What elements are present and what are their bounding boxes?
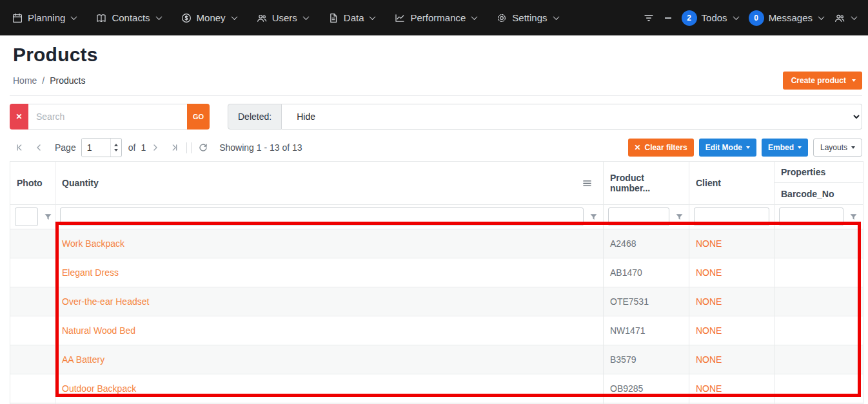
client-filter-input[interactable] — [694, 207, 769, 226]
top-nav-bar: Planning Contacts Money Users Data Perfo… — [0, 0, 868, 35]
chevron-down-icon — [370, 14, 376, 20]
nav-item-label: Contacts — [112, 12, 150, 23]
client-link[interactable]: NONE — [696, 238, 722, 249]
column-header-photo[interactable]: Photo — [10, 162, 55, 205]
clear-filters-button[interactable]: Clear filters — [628, 139, 694, 157]
nav-item-label: Settings — [512, 12, 547, 23]
client-link[interactable]: NONE — [696, 325, 722, 336]
funnel-icon[interactable] — [675, 212, 684, 222]
client-link[interactable]: NONE — [696, 267, 722, 278]
funnel-icon[interactable] — [589, 212, 598, 222]
divider — [191, 142, 192, 153]
nav-item-contacts[interactable]: Contacts — [95, 12, 161, 24]
layouts-button[interactable]: Layouts — [813, 139, 862, 157]
prev-page-icon[interactable] — [34, 142, 44, 153]
column-header-product-number[interactable]: Product number... — [604, 162, 689, 205]
filter-cell-quantity — [55, 205, 604, 229]
breadcrumb-home-link[interactable]: Home — [13, 75, 37, 86]
nav-item-label: Money — [197, 12, 226, 23]
breadcrumb-current: Products — [50, 75, 85, 86]
table-row: Outdoor Backpack OB9285 NONE — [10, 374, 863, 403]
barcode-cell — [774, 316, 863, 345]
chevron-down-icon — [71, 14, 77, 20]
table-row: Natural Wood Bed NW1471 NONE — [10, 316, 863, 345]
product-link[interactable]: Over-the-ear Headset — [62, 296, 149, 307]
messages-menu[interactable]: 0 Messages — [749, 10, 824, 26]
product-number-filter-input[interactable] — [608, 207, 669, 226]
nav-item-users[interactable]: Users — [256, 12, 308, 24]
edit-mode-button[interactable]: Edit Mode — [699, 139, 756, 157]
product-link[interactable]: Work Backpack — [62, 238, 124, 249]
breadcrumb-separator: / — [42, 75, 44, 86]
chevron-down-icon — [798, 146, 802, 149]
column-header-properties[interactable]: Properties — [774, 162, 863, 183]
clear-search-button[interactable] — [10, 104, 28, 130]
search-go-button[interactable]: GO — [187, 104, 210, 130]
embed-button[interactable]: Embed — [762, 139, 808, 157]
chevron-down-icon — [851, 14, 858, 20]
todos-menu[interactable]: 2 Todos — [682, 10, 738, 26]
collapse-icon[interactable] — [665, 17, 671, 19]
column-header-barcode[interactable]: Barcode_No — [774, 183, 863, 205]
photo-cell — [10, 374, 55, 403]
chevron-down-icon — [733, 14, 739, 20]
product-link[interactable]: Outdoor Backpack — [62, 383, 136, 394]
page-number-input[interactable] — [82, 139, 110, 157]
nav-item-settings[interactable]: Settings — [496, 12, 558, 24]
nav-item-money[interactable]: Money — [181, 12, 237, 24]
product-number-cell: A2468 — [604, 229, 689, 258]
search-input[interactable] — [28, 104, 187, 130]
create-product-button[interactable]: Create product — [783, 72, 862, 90]
column-header-quantity[interactable]: Quantity — [55, 162, 604, 205]
nav-item-label: Planning — [28, 12, 65, 23]
photo-cell — [10, 229, 55, 258]
last-page-icon[interactable] — [170, 142, 180, 153]
chevron-down-icon — [746, 146, 750, 149]
todos-label: Todos — [702, 12, 727, 23]
filter-cell-client — [689, 205, 774, 229]
dollar-circle-icon — [181, 12, 192, 24]
filter-lines-icon[interactable] — [643, 12, 655, 24]
client-link[interactable]: NONE — [696, 296, 722, 307]
barcode-cell — [774, 229, 863, 258]
total-pages: 1 — [141, 142, 146, 153]
column-menu-icon[interactable] — [582, 178, 593, 189]
nav-item-performance[interactable]: Performance — [394, 12, 477, 24]
products-table: Photo Quantity Product number... Client … — [10, 161, 863, 404]
barcode-filter-input[interactable] — [779, 207, 843, 226]
product-number-cell: B3579 — [604, 345, 689, 374]
nav-item-data[interactable]: Data — [328, 12, 375, 24]
client-link[interactable]: NONE — [696, 354, 722, 365]
client-link[interactable]: NONE — [696, 383, 722, 394]
first-page-icon[interactable] — [14, 142, 25, 153]
search-bar: GO — [10, 104, 210, 130]
page-stepper[interactable] — [110, 139, 121, 157]
filter-cell-photo — [10, 205, 55, 229]
column-header-client[interactable]: Client — [689, 162, 774, 205]
barcode-cell — [774, 258, 863, 287]
funnel-icon[interactable] — [849, 212, 858, 222]
photo-cell — [10, 316, 55, 345]
chevron-down-icon — [231, 14, 237, 20]
product-link[interactable]: Elegant Dress — [62, 267, 119, 278]
deleted-filter: Deleted: Hide — [228, 104, 862, 130]
product-link[interactable]: Natural Wood Bed — [62, 325, 135, 336]
barcode-cell — [774, 345, 863, 374]
account-menu[interactable] — [834, 12, 856, 24]
refresh-icon[interactable] — [198, 142, 208, 153]
page-label: Page — [55, 142, 76, 153]
line-chart-icon — [394, 12, 406, 24]
table-row: Work Backpack A2468 NONE — [10, 229, 863, 258]
product-link[interactable]: AA Battery — [62, 354, 104, 365]
nav-item-planning[interactable]: Planning — [12, 12, 76, 24]
calendar-icon — [12, 12, 23, 24]
photo-filter-input[interactable] — [15, 207, 38, 226]
nav-item-label: Performance — [410, 12, 466, 23]
quantity-filter-input[interactable] — [60, 207, 584, 226]
deleted-filter-select[interactable]: Hide — [282, 104, 862, 130]
filter-cell-barcode — [774, 205, 863, 229]
funnel-icon[interactable] — [43, 212, 53, 222]
next-page-icon[interactable] — [150, 142, 161, 153]
photo-cell — [10, 345, 55, 374]
chevron-down-icon — [553, 14, 559, 20]
